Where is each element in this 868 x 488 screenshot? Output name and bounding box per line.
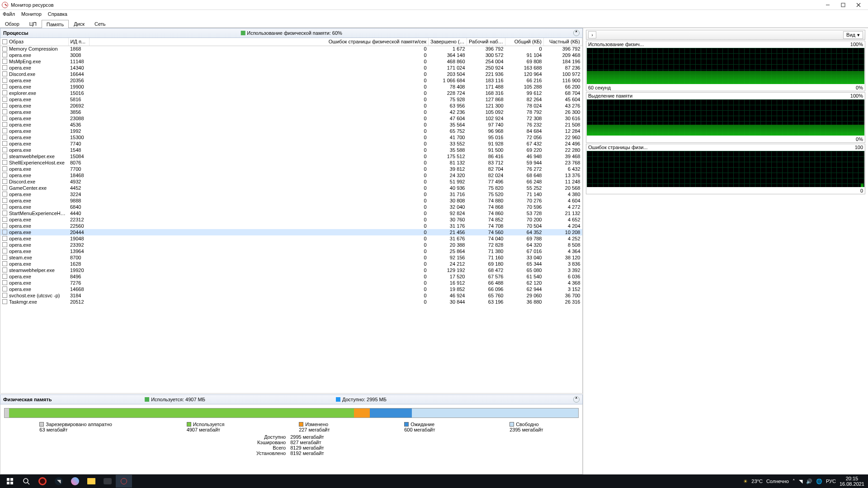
row-checkbox[interactable] xyxy=(2,242,7,247)
table-row[interactable]: opera.exe18468024 32082 02468 64813 376 xyxy=(0,172,582,178)
table-row[interactable]: opera.exe1628024 21269 18065 3443 836 xyxy=(0,261,582,267)
col-working-set[interactable]: Рабочий набо... xyxy=(467,38,505,46)
table-row[interactable]: opera.exe15300041 70095 01672 05622 960 xyxy=(0,134,582,141)
row-checkbox[interactable] xyxy=(2,141,7,146)
table-row[interactable]: opera.exe1992065 75296 96884 68412 284 xyxy=(0,128,582,134)
weather-temp[interactable]: 23°C xyxy=(751,479,763,484)
row-checkbox[interactable] xyxy=(2,160,7,165)
row-checkbox[interactable] xyxy=(2,147,7,152)
tab-disk[interactable]: Диск xyxy=(69,19,90,28)
tab-overview[interactable]: Обзор xyxy=(0,19,24,28)
table-row[interactable]: opera.exe1548035 58891 50069 22022 280 xyxy=(0,147,582,153)
table-row[interactable]: opera.exe3856042 236105 09278 79226 300 xyxy=(0,109,582,115)
maximize-button[interactable] xyxy=(835,0,851,9)
row-checkbox[interactable] xyxy=(2,267,7,272)
row-checkbox[interactable] xyxy=(2,103,7,108)
row-checkbox[interactable] xyxy=(2,52,7,57)
table-row[interactable]: MsMpEng.exe111480468 860254 00469 808184… xyxy=(0,58,582,65)
menu-help[interactable]: Справка xyxy=(48,11,67,17)
row-checkbox[interactable] xyxy=(2,47,7,52)
tray-steam-icon[interactable]: ◥ xyxy=(799,479,802,484)
menu-file[interactable]: Файл xyxy=(3,11,15,17)
collapse-graphs-button[interactable]: › xyxy=(588,31,596,38)
row-checkbox[interactable] xyxy=(2,236,7,241)
row-checkbox[interactable] xyxy=(2,223,7,228)
col-private[interactable]: Частный (КБ) xyxy=(544,38,582,46)
row-checkbox[interactable] xyxy=(2,154,7,159)
table-row[interactable]: opera.exe23088047 604102 92472 30830 616 xyxy=(0,115,582,122)
table-row[interactable]: opera.exe20692063 956121 30078 02443 276 xyxy=(0,103,582,109)
physical-memory-header[interactable]: Физическая память Используется: 4907 МБ … xyxy=(0,394,583,404)
row-checkbox[interactable] xyxy=(2,128,7,133)
row-checkbox[interactable] xyxy=(2,84,7,89)
table-row[interactable]: opera.exe2035601 066 684183 11666 216116… xyxy=(0,77,582,84)
table-row[interactable]: opera.exe14668019 85266 09662 9443 152 xyxy=(0,286,582,292)
row-checkbox[interactable] xyxy=(2,166,7,171)
table-row[interactable]: Taskmgr.exe20512030 84463 19636 88026 31… xyxy=(0,299,582,305)
table-row[interactable]: opera.exe143400171 024250 924163 68887 2… xyxy=(0,65,582,71)
taskbar-app-opera[interactable] xyxy=(34,475,51,488)
start-button[interactable] xyxy=(2,475,18,488)
table-row[interactable]: explorer.exe150160228 724168 31699 61268… xyxy=(0,90,582,96)
tray-language[interactable]: РУС xyxy=(826,479,836,484)
row-checkbox[interactable] xyxy=(2,59,7,64)
col-hard-faults[interactable]: Ошибок страницы физической памяти/сек xyxy=(89,38,429,46)
table-row[interactable]: opera.exe30080364 148300 57291 104209 46… xyxy=(0,52,582,58)
col-pid[interactable]: ИД п... xyxy=(68,38,89,46)
row-checkbox[interactable] xyxy=(2,211,7,216)
row-checkbox[interactable] xyxy=(2,78,7,83)
table-row[interactable]: ShellExperienceHost.exe8076081 13283 712… xyxy=(0,160,582,166)
col-commit[interactable]: Завершено (КБ) xyxy=(429,38,467,46)
table-row[interactable]: opera.exe20444021 45674 56064 35210 208 xyxy=(0,229,582,235)
table-row[interactable]: steamwebhelper.exe150840175 51286 41646 … xyxy=(0,153,582,160)
tray-volume-icon[interactable]: 🔊 xyxy=(806,479,812,484)
table-row[interactable]: StartMenuExperienceHost.exe4440092 82474… xyxy=(0,210,582,216)
col-shareable[interactable]: Общий (КБ) xyxy=(505,38,544,46)
tray-chevron-up-icon[interactable]: ˄ xyxy=(793,479,795,484)
table-row[interactable]: opera.exe23392020 38872 82864 3208 508 xyxy=(0,242,582,248)
row-checkbox[interactable] xyxy=(2,217,7,222)
search-button[interactable] xyxy=(18,475,34,488)
row-checkbox[interactable] xyxy=(2,192,7,197)
table-row[interactable]: opera.exe13964025 86471 38067 0164 364 xyxy=(0,248,582,254)
row-checkbox[interactable] xyxy=(2,185,7,190)
row-checkbox[interactable] xyxy=(2,293,7,298)
row-checkbox[interactable] xyxy=(2,230,7,235)
table-row[interactable]: Memory Compression186801 672396 7920396 … xyxy=(0,46,582,52)
taskbar-app-gamecenter[interactable] xyxy=(67,475,83,488)
table-row[interactable]: opera.exe22560031 17674 70870 5044 204 xyxy=(0,223,582,229)
table-row[interactable]: Discord.exe166440203 504221 936120 96410… xyxy=(0,71,582,77)
row-checkbox[interactable] xyxy=(2,280,7,285)
table-row[interactable]: opera.exe7740033 55291 92867 43224 496 xyxy=(0,141,582,147)
chevron-up-icon[interactable]: ˄ xyxy=(573,396,580,403)
table-row[interactable]: opera.exe8496017 52067 57661 5406 036 xyxy=(0,273,582,280)
row-checkbox[interactable] xyxy=(2,90,7,95)
tab-memory[interactable]: Память xyxy=(42,20,69,28)
row-checkbox[interactable] xyxy=(2,122,7,127)
close-button[interactable] xyxy=(851,0,866,9)
taskbar-app-discord[interactable] xyxy=(99,475,116,488)
row-checkbox[interactable] xyxy=(2,274,7,279)
row-checkbox[interactable] xyxy=(2,173,7,178)
table-row[interactable]: svchost.exe (utcsvc -p)3184046 92465 760… xyxy=(0,292,582,299)
table-row[interactable]: opera.exe19048031 67674 04069 7884 252 xyxy=(0,235,582,242)
weather-icon[interactable]: ☀ xyxy=(743,479,748,484)
row-checkbox[interactable] xyxy=(2,299,7,304)
taskbar-app-resmon[interactable] xyxy=(116,475,132,488)
chevron-up-icon[interactable]: ˄ xyxy=(573,30,580,36)
table-row[interactable]: opera.exe9888030 80874 88070 2764 604 xyxy=(0,197,582,204)
tray-network-icon[interactable]: 🌐 xyxy=(816,479,822,484)
row-checkbox[interactable] xyxy=(2,71,7,76)
table-row[interactable]: Discord.exe4932051 99277 49666 24811 248 xyxy=(0,178,582,185)
table-row[interactable]: opera.exe3224031 71675 52071 1404 380 xyxy=(0,191,582,197)
table-row[interactable]: steam.exe8700092 15671 16033 04038 120 xyxy=(0,254,582,261)
table-row[interactable]: opera.exe7700039 81282 70476 2726 432 xyxy=(0,166,582,172)
table-row[interactable]: opera.exe4536035 56497 74076 23221 508 xyxy=(0,122,582,128)
tab-cpu[interactable]: ЦП xyxy=(24,19,42,28)
row-checkbox[interactable] xyxy=(2,179,7,184)
tray-clock[interactable]: 20:15 16.08.2021 xyxy=(840,476,864,487)
weather-text[interactable]: Солнечно xyxy=(766,479,789,484)
table-row[interactable]: opera.exe19900078 408171 488105 28866 20… xyxy=(0,84,582,90)
table-row[interactable]: opera.exe5816075 928127 86882 26445 604 xyxy=(0,96,582,103)
row-checkbox[interactable] xyxy=(2,109,7,114)
